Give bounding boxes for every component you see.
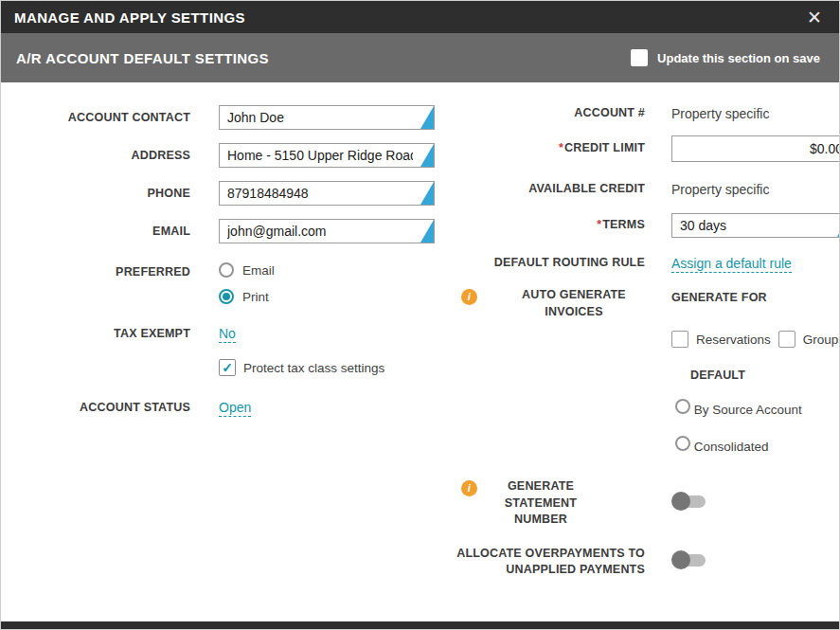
generate-statement-labelcell: i GENERATE STATEMENT NUMBER xyxy=(437,478,645,529)
account-contact-input[interactable] xyxy=(220,106,434,129)
address-combo[interactable] xyxy=(219,143,435,168)
protect-tax-checkbox-item[interactable]: ✓ Protect tax class settings xyxy=(219,359,384,376)
credit-limit-label: *CREDIT LIMIT xyxy=(437,140,645,157)
tax-exempt-row: TAX EXEMPT No xyxy=(29,325,437,342)
combo-corner-icon xyxy=(420,182,434,205)
account-status-label: ACCOUNT STATUS xyxy=(29,400,190,416)
combo-corner-icon xyxy=(420,144,434,167)
left-column: ACCOUNT CONTACT ADDRESS xyxy=(29,105,437,621)
update-section-control[interactable]: Update this section on save xyxy=(631,49,820,66)
allocate-overpayments-label: ALLOCATE OVERPAYMENTS TO UNAPPLIED PAYME… xyxy=(437,546,645,579)
email-row: EMAIL xyxy=(29,219,437,243)
dialog-title-bar: MANAGE AND APPLY SETTINGS ✕ xyxy=(1,1,839,33)
dialog-footer-bar xyxy=(1,621,839,629)
combo-corner-icon xyxy=(420,220,434,243)
checkbox-unchecked-icon[interactable] xyxy=(778,331,795,348)
generate-statement-label: GENERATE STATEMENT NUMBER xyxy=(497,478,584,529)
account-number-label: ACCOUNT # xyxy=(437,105,645,122)
address-input[interactable] xyxy=(220,144,434,167)
preferred-print-option-label: Print xyxy=(242,290,269,304)
available-credit-value: Property specific xyxy=(671,182,769,197)
tax-exempt-label: TAX EXEMPT xyxy=(29,326,190,342)
radio-unchecked-icon xyxy=(675,399,690,414)
default-label: DEFAULT xyxy=(690,369,839,382)
allocate-overpayments-toggle[interactable] xyxy=(671,550,707,569)
toggle-knob xyxy=(671,492,690,511)
protect-tax-label: Protect tax class settings xyxy=(243,361,384,375)
groups-label: Groups xyxy=(803,333,839,347)
credit-limit-input[interactable] xyxy=(672,136,839,161)
by-source-account-radio[interactable]: By Source Account xyxy=(675,399,839,417)
credit-limit-row: *CREDIT LIMIT xyxy=(437,135,839,162)
checkbox-checked-icon[interactable]: ✓ xyxy=(219,359,236,376)
section-title: A/R ACCOUNT DEFAULT SETTINGS xyxy=(16,50,269,66)
reservations-label: Reservations xyxy=(696,333,771,347)
info-icon: i xyxy=(461,289,477,305)
account-contact-combo[interactable] xyxy=(219,105,435,130)
generate-statement-toggle[interactable] xyxy=(671,492,707,511)
required-asterisk: * xyxy=(597,218,601,231)
terms-input[interactable] xyxy=(672,214,839,237)
address-row: ADDRESS xyxy=(29,143,437,168)
terms-label: *TERMS xyxy=(437,217,645,234)
address-label: ADDRESS xyxy=(29,148,190,164)
account-number-value: Property specific xyxy=(671,106,769,121)
account-contact-label: ACCOUNT CONTACT xyxy=(29,110,190,126)
generate-statement-number-row: i GENERATE STATEMENT NUMBER xyxy=(437,478,839,529)
auto-generate-invoices-labelcell: i AUTO GENERATE INVOICES xyxy=(437,287,645,320)
account-number-row: ACCOUNT # Property specific xyxy=(437,105,839,122)
combo-corner-icon xyxy=(420,106,434,129)
assign-default-rule-link[interactable]: Assign a default rule xyxy=(671,256,792,273)
phone-row: PHONE xyxy=(29,181,437,206)
info-icon: i xyxy=(461,480,477,496)
section-header: A/R ACCOUNT DEFAULT SETTINGS Update this… xyxy=(1,33,839,82)
reservations-checkbox-item[interactable]: Reservations xyxy=(671,331,771,348)
auto-generate-options: GENERATE FOR Reservations Groups DEFAULT xyxy=(671,287,839,454)
terms-combo[interactable] xyxy=(671,213,839,238)
preferred-row: PREFERRED Email Print xyxy=(29,262,437,304)
account-status-link[interactable]: Open xyxy=(219,400,251,417)
groups-checkbox-item[interactable]: Groups xyxy=(778,331,839,348)
dialog-title: MANAGE AND APPLY SETTINGS xyxy=(14,9,245,26)
tax-exempt-link[interactable]: No xyxy=(219,326,236,343)
preferred-print-radio[interactable]: Print xyxy=(219,289,437,304)
default-routing-rule-row: DEFAULT ROUTING RULE Assign a default ru… xyxy=(437,255,839,272)
combo-corner-icon xyxy=(837,214,839,237)
account-contact-row: ACCOUNT CONTACT xyxy=(29,105,437,130)
checkbox-unchecked-icon[interactable] xyxy=(671,331,688,348)
preferred-label: PREFERRED xyxy=(29,264,190,280)
radio-unchecked-icon xyxy=(675,436,690,451)
generate-for-label: GENERATE FOR xyxy=(671,291,839,304)
auto-generate-invoices-row: i AUTO GENERATE INVOICES GENERATE FOR Re… xyxy=(437,287,839,454)
terms-row: *TERMS xyxy=(437,213,839,238)
preferred-email-option-label: Email xyxy=(242,263,275,278)
right-column: ACCOUNT # Property specific *CREDIT LIMI… xyxy=(437,105,839,621)
phone-combo[interactable] xyxy=(219,181,435,206)
radio-checked-icon xyxy=(219,289,234,304)
required-asterisk: * xyxy=(559,141,563,154)
update-section-label: Update this section on save xyxy=(657,51,820,65)
account-status-row: ACCOUNT STATUS Open xyxy=(29,399,437,416)
by-source-account-label: By Source Account xyxy=(694,403,802,417)
protect-tax-row: ✓ Protect tax class settings xyxy=(219,359,437,376)
email-input[interactable] xyxy=(220,220,434,243)
default-routing-rule-label: DEFAULT ROUTING RULE xyxy=(437,255,645,272)
manage-apply-settings-dialog: MANAGE AND APPLY SETTINGS ✕ A/R ACCOUNT … xyxy=(0,0,840,630)
phone-label: PHONE xyxy=(29,186,190,202)
consolidated-label: Consolidated xyxy=(694,440,769,454)
available-credit-row: AVAILABLE CREDIT Property specific xyxy=(437,181,839,198)
credit-limit-field[interactable] xyxy=(671,135,839,162)
radio-unchecked-icon xyxy=(219,262,234,278)
toggle-knob xyxy=(671,550,690,569)
email-combo[interactable] xyxy=(219,219,435,243)
auto-generate-invoices-label: AUTO GENERATE INVOICES xyxy=(516,287,632,320)
generate-for-checkboxes: Reservations Groups xyxy=(671,331,839,348)
update-section-checkbox[interactable] xyxy=(631,49,648,66)
preferred-email-radio[interactable]: Email xyxy=(219,262,437,278)
available-credit-label: AVAILABLE CREDIT xyxy=(437,181,645,198)
email-label: EMAIL xyxy=(29,224,190,240)
phone-input[interactable] xyxy=(220,182,434,205)
consolidated-radio[interactable]: Consolidated xyxy=(675,436,839,454)
form-body: ACCOUNT CONTACT ADDRESS xyxy=(1,82,839,621)
close-icon[interactable]: ✕ xyxy=(803,7,826,28)
